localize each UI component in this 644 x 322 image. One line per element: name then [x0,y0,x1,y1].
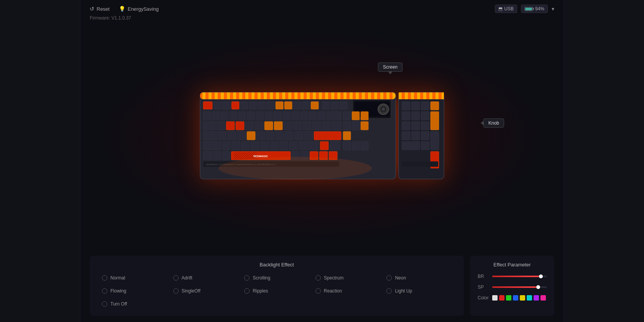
svg-rect-119 [421,131,429,140]
effect-singleoff-label: SingleOff [182,288,200,294]
svg-rect-43 [327,112,341,120]
svg-rect-97 [234,152,257,159]
sp-row: SP [478,284,547,290]
effect-flowing[interactable]: Flowing [99,287,170,295]
svg-rect-115 [411,122,420,130]
svg-rect-64 [203,131,217,140]
svg-rect-93 [214,151,221,160]
effect-lightup-icon [386,288,392,294]
battery-percent: 94% [535,6,544,12]
svg-rect-117 [402,131,410,140]
swatch-white[interactable] [492,295,498,301]
br-label: BR [478,274,488,279]
svg-rect-82 [260,141,269,150]
color-label: Color [478,295,488,301]
svg-rect-107 [411,102,420,110]
svg-rect-110 [402,112,410,120]
swatch-green[interactable] [506,295,511,301]
energy-saving-button[interactable]: 💡 EnergySaving [119,6,159,12]
effect-scrolling[interactable]: Scrolling [241,274,312,282]
effect-normal[interactable]: Normal [99,274,170,282]
svg-rect-124 [402,161,438,167]
svg-rect-22 [331,102,338,109]
knob-label: Knob [488,120,499,126]
effect-lightup[interactable]: Light Up [383,287,455,295]
svg-rect-56 [293,122,302,130]
svg-rect-54 [274,122,283,130]
svg-rect-55 [284,122,292,130]
svg-rect-41 [309,112,317,120]
usb-label: USB [504,6,514,12]
svg-rect-118 [411,131,420,140]
br-thumb [539,274,543,278]
svg-rect-17 [284,102,292,109]
screen-label: Screen [383,64,398,70]
sp-label: SP [478,284,488,290]
swatch-purple[interactable] [534,295,539,301]
svg-rect-85 [289,141,297,150]
svg-rect-23 [340,102,347,109]
effect-singleoff[interactable]: SingleOff [170,287,242,295]
effect-spectrum[interactable]: Spectrum [312,274,384,282]
svg-rect-111 [411,112,420,120]
effect-flowing-label: Flowing [110,288,126,294]
screen-tooltip: Screen [378,62,402,72]
svg-rect-63 [361,122,368,130]
svg-rect-61 [343,122,351,130]
svg-rect-92 [203,151,212,160]
svg-rect-36 [265,112,273,120]
swatch-pink[interactable] [540,295,546,301]
swatch-yellow[interactable] [520,295,525,301]
effect-turnoff[interactable]: Turn Off [99,300,170,308]
br-slider[interactable] [492,276,547,277]
svg-rect-106 [402,102,410,110]
effect-neon[interactable]: Neon [383,274,455,282]
svg-rect-112 [421,112,429,120]
svg-rect-12 [240,102,248,109]
svg-rect-60 [332,122,341,130]
effect-ripples-icon [244,288,250,294]
effect-normal-icon [102,275,107,281]
effect-adrift-icon [173,275,179,281]
svg-rect-69 [256,131,265,140]
effect-scrolling-label: Scrolling [253,275,270,281]
svg-rect-1 [200,92,396,99]
svg-rect-72 [285,131,294,140]
dropdown-arrow[interactable]: ▾ [552,6,554,12]
svg-rect-86 [299,141,319,150]
swatch-red[interactable] [499,295,504,301]
effect-spectrum-label: Spectrum [324,275,343,281]
bottom-panel: Backlight Effect Normal Adrift Scrolling [80,251,564,322]
svg-rect-122 [421,141,429,150]
energy-icon: 💡 [119,6,125,12]
firmware-text: Firmware: V1.1.0.37 [80,15,564,24]
svg-rect-79 [232,141,240,150]
svg-rect-33 [238,112,246,120]
svg-rect-81 [251,141,259,150]
effect-reaction[interactable]: Reaction [312,287,384,295]
effect-adrift-label: Adrift [182,275,192,281]
svg-rect-75 [314,131,341,140]
effect-adrift[interactable]: Adrift [170,274,242,282]
svg-rect-121 [402,141,420,150]
svg-rect-15 [267,102,274,109]
sp-fill [492,286,539,288]
svg-rect-78 [222,141,230,150]
swatch-blue[interactable] [513,295,518,301]
svg-rect-90 [352,141,360,150]
swatch-cyan[interactable] [527,295,532,301]
sp-slider[interactable] [492,286,547,288]
reset-button[interactable]: ↺ Reset [90,6,110,12]
svg-rect-108 [421,102,429,110]
effect-flowing-icon [102,288,107,294]
svg-rect-68 [247,131,255,140]
svg-rect-94 [222,151,230,160]
effect-param-panel: Effect Parameter BR SP [470,256,554,316]
svg-rect-59 [322,122,330,130]
effect-ripples[interactable]: Ripples [241,287,312,295]
effect-ripples-label: Ripples [253,288,268,294]
svg-rect-47 [203,122,215,130]
keyboard-svg: REDMAGIC REDMAGIC O1 REDMAGIC ##H [199,92,445,180]
svg-rect-35 [256,112,264,120]
svg-rect-57 [303,122,311,130]
